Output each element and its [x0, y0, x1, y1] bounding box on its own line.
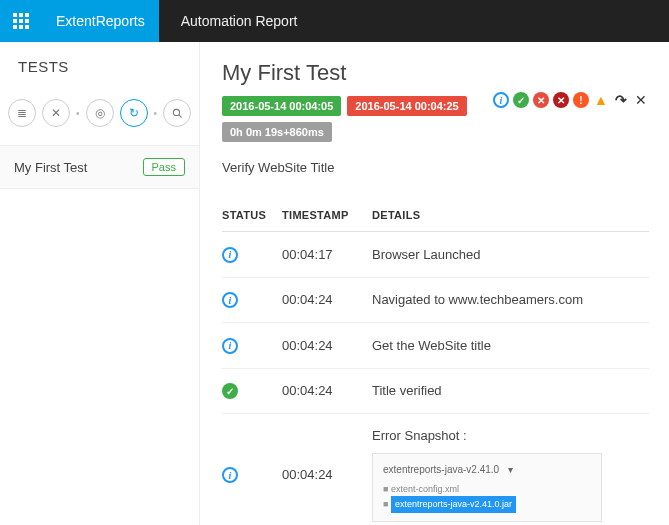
svg-rect-4: [19, 19, 23, 23]
test-item-status-badge: Pass: [143, 158, 185, 176]
svg-rect-3: [13, 19, 17, 23]
app-menu-button[interactable]: [0, 0, 42, 42]
status-info-icon: i: [222, 338, 238, 354]
topbar: ExtentReports Automation Report: [0, 0, 669, 42]
status-filter-row: i ✓ ✕ ✕ ! ▲ ↷ ✕: [493, 92, 649, 108]
grid-icon: [13, 13, 29, 29]
filter-pass-icon[interactable]: ✓: [513, 92, 529, 108]
step-row: i00:04:24Get the WebSite title: [222, 323, 649, 369]
sidebar-heading: TESTS: [0, 42, 199, 85]
separator-dot: •: [154, 108, 158, 119]
svg-line-10: [178, 114, 181, 117]
tool-search-icon[interactable]: [163, 99, 191, 127]
steps-table: STATUS TIMESTAMP DETAILS i00:04:17Browse…: [222, 199, 649, 525]
start-time-badge: 2016-05-14 00:04:05: [222, 96, 341, 116]
end-time-badge: 2016-05-14 00:04:25: [347, 96, 466, 116]
svg-point-9: [173, 109, 179, 115]
filter-fatal-icon[interactable]: ✕: [553, 92, 569, 108]
test-list-item[interactable]: My First Test Pass: [0, 145, 199, 189]
status-info-icon: i: [222, 292, 238, 308]
filter-info-icon[interactable]: i: [493, 92, 509, 108]
status-info-icon: i: [222, 467, 238, 483]
step-details: Error Snapshot :extentreports-java-v2.41…: [372, 414, 649, 526]
sidebar: TESTS ≣ ✕ • ◎ ↻ • My First Test Pass: [0, 42, 200, 525]
duration-badge: 0h 0m 19s+860ms: [222, 122, 332, 142]
col-status: STATUS: [222, 199, 282, 232]
step-details: Browser Launched: [372, 232, 649, 278]
filter-warning-icon[interactable]: ▲: [593, 92, 609, 108]
step-timestamp: 00:04:24: [282, 368, 372, 414]
main-panel: My First Test i ✓ ✕ ✕ ! ▲ ↷ ✕ 2016-05-14…: [200, 42, 669, 525]
svg-rect-7: [19, 25, 23, 29]
step-timestamp: 00:04:24: [282, 277, 372, 323]
sidebar-tools: ≣ ✕ • ◎ ↻ •: [0, 85, 199, 145]
step-timestamp: 00:04:17: [282, 232, 372, 278]
svg-rect-6: [13, 25, 17, 29]
filter-error-icon[interactable]: !: [573, 92, 589, 108]
step-timestamp: 00:04:24: [282, 323, 372, 369]
snapshot-thumbnail[interactable]: extentreports-java-v2.41.0 ▾extent-confi…: [372, 453, 602, 522]
step-row: i00:04:24Navigated to www.techbeamers.co…: [222, 277, 649, 323]
test-item-name: My First Test: [14, 160, 87, 175]
col-details: DETAILS: [372, 199, 649, 232]
svg-rect-2: [25, 13, 29, 17]
step-details: Get the WebSite title: [372, 323, 649, 369]
svg-rect-5: [25, 19, 29, 23]
svg-rect-8: [25, 25, 29, 29]
brand-label: ExtentReports: [42, 0, 159, 42]
tool-list-icon[interactable]: ≣: [8, 99, 36, 127]
test-description: Verify WebSite Title: [222, 160, 649, 175]
filter-redo-icon[interactable]: ↷: [613, 92, 629, 108]
step-details: Navigated to www.techbeamers.com: [372, 277, 649, 323]
tool-refresh-icon[interactable]: ↻: [120, 99, 148, 127]
step-timestamp: 00:04:24: [282, 414, 372, 526]
snapshot-label: Error Snapshot :: [372, 428, 641, 443]
report-title: Automation Report: [159, 0, 320, 42]
step-details: Title verified: [372, 368, 649, 414]
tool-category-icon[interactable]: ◎: [86, 99, 114, 127]
filter-close-icon[interactable]: ✕: [633, 92, 649, 108]
filter-fail-icon[interactable]: ✕: [533, 92, 549, 108]
step-row: ✓00:04:24Title verified: [222, 368, 649, 414]
separator-dot: •: [76, 108, 80, 119]
tool-clear-icon[interactable]: ✕: [42, 99, 70, 127]
step-row: i00:04:24Error Snapshot :extentreports-j…: [222, 414, 649, 526]
search-icon: [172, 108, 183, 119]
svg-rect-1: [19, 13, 23, 17]
status-pass-icon: ✓: [222, 383, 238, 399]
step-row: i00:04:17Browser Launched: [222, 232, 649, 278]
status-info-icon: i: [222, 247, 238, 263]
col-timestamp: TIMESTAMP: [282, 199, 372, 232]
test-title: My First Test: [222, 60, 649, 86]
svg-rect-0: [13, 13, 17, 17]
